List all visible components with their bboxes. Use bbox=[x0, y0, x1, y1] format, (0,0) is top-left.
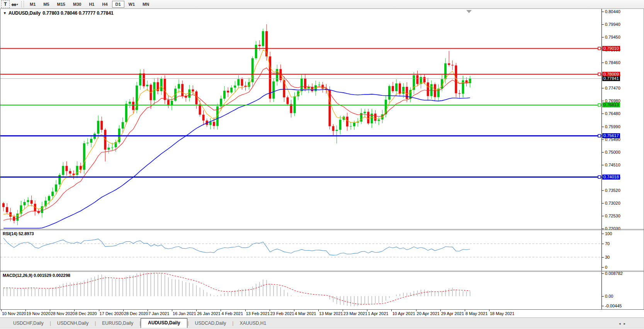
date-label: 13 Feb 2021 bbox=[246, 311, 270, 316]
collapse-indicator-icon[interactable]: ▼ bbox=[3, 11, 7, 15]
price-tick bbox=[602, 37, 604, 37]
date-label: 4 Mar 2021 bbox=[295, 311, 316, 316]
price-scale-label: 0.72530 bbox=[605, 214, 620, 218]
chart-shift-marker-icon[interactable] bbox=[466, 10, 472, 13]
price-scale-label: 0.74510 bbox=[605, 163, 620, 167]
date-tick bbox=[465, 310, 465, 311]
timeframe-h4[interactable]: H4 bbox=[99, 1, 111, 8]
timeframe-m15[interactable]: M15 bbox=[54, 1, 69, 8]
date-label: 13 Mar 2021 bbox=[319, 311, 343, 316]
price-scale-label: 0.77470 bbox=[605, 86, 620, 90]
tab-eurusd[interactable]: EURUSD,Daily bbox=[96, 319, 139, 328]
date-tick bbox=[25, 310, 26, 311]
date-label: 18 May 2021 bbox=[490, 311, 515, 316]
price-chart-canvas[interactable] bbox=[0, 9, 602, 309]
rsi-scale-tick bbox=[602, 234, 604, 234]
timeframe-m30[interactable]: M30 bbox=[70, 1, 85, 8]
date-label: 16 Jan 2021 bbox=[173, 311, 196, 316]
price-scale-label: 0.79450 bbox=[605, 35, 620, 39]
date-tick bbox=[148, 310, 148, 311]
chart-window: 0.804400.799400.794500.789500.784600.779… bbox=[0, 9, 644, 310]
price-axis[interactable]: 0.804400.799400.794500.789500.784600.779… bbox=[602, 9, 644, 309]
date-tick bbox=[343, 310, 343, 311]
timeframe-d1[interactable]: D1 bbox=[112, 1, 124, 8]
chart-tab-bar: USDCHF,Daily|USDCNH,Daily|EURUSD,Daily|A… bbox=[0, 317, 644, 328]
arrows-icon: ◆◆ bbox=[11, 2, 15, 7]
timeframe-group: M1M5M15M30H1H4D1W1MN bbox=[26, 1, 153, 8]
macd-scale-tick bbox=[602, 306, 604, 306]
toolbar-grip[interactable] bbox=[21, 1, 24, 7]
date-label: 4 Feb 2021 bbox=[221, 311, 243, 316]
date-label: 20 Apr 2021 bbox=[417, 311, 440, 316]
date-label: 26 Jan 2021 bbox=[197, 311, 221, 316]
price-tick bbox=[602, 127, 604, 127]
tab-usdchf[interactable]: USDCHF,Daily bbox=[7, 319, 50, 328]
date-label: 28 Nov 2020 bbox=[51, 311, 75, 316]
price-tick bbox=[602, 139, 604, 140]
price-tick bbox=[602, 101, 604, 101]
price-tick bbox=[602, 203, 604, 204]
date-tick bbox=[318, 310, 319, 311]
level-price-label: 0.76813 bbox=[602, 102, 620, 107]
tab-audusd[interactable]: AUDUSD,Daily bbox=[141, 318, 187, 328]
price-scale-label: 0.75990 bbox=[605, 124, 620, 129]
date-tick bbox=[196, 310, 197, 311]
timeframe-w1[interactable]: W1 bbox=[125, 1, 139, 8]
macd-scale-label: 0.00 bbox=[605, 294, 613, 298]
text-tool-button[interactable]: T bbox=[1, 0, 10, 8]
date-label: 28 Dec 2020 bbox=[124, 311, 148, 316]
price-scale-label: 0.73020 bbox=[605, 201, 620, 205]
date-tick bbox=[123, 310, 124, 311]
pane-separator-macd[interactable] bbox=[0, 271, 644, 271]
price-tick bbox=[602, 88, 604, 88]
macd-scale-label: -0.00445 bbox=[605, 304, 622, 308]
top-toolbar: T ◆◆ ▾ M1M5M15M30H1H4D1W1MN bbox=[0, 0, 644, 9]
tab-usdcad[interactable]: USDCAD,Daily bbox=[189, 319, 233, 328]
timeframe-h1[interactable]: H1 bbox=[85, 1, 98, 8]
date-axis[interactable]: 10 Nov 202019 Nov 202028 Nov 20208 Dec 2… bbox=[0, 310, 644, 317]
level-price-label: 0.75617 bbox=[602, 133, 620, 138]
price-scale-label: 0.73520 bbox=[605, 188, 620, 193]
macd-scale-tick bbox=[602, 296, 604, 297]
date-label: 10 Apr 2021 bbox=[392, 311, 415, 316]
tab-scroll-arrows[interactable]: ◂▸ bbox=[619, 322, 629, 326]
date-tick bbox=[50, 310, 50, 311]
chart-symbol-label: AUDUSD,Daily bbox=[8, 10, 41, 16]
rsi-scale-tick bbox=[602, 267, 604, 268]
date-label: 8 May 2021 bbox=[466, 311, 488, 316]
date-label: 1 Apr 2021 bbox=[368, 311, 388, 316]
date-tick bbox=[221, 310, 221, 311]
date-tick bbox=[270, 310, 270, 311]
rsi-scale-label: 30 bbox=[605, 255, 610, 259]
date-tick bbox=[74, 310, 75, 311]
chart-title: ▼ AUDUSD,Daily 0.77803 0.78046 0.77777 0… bbox=[3, 10, 114, 16]
price-scale-label: 0.75000 bbox=[605, 150, 620, 154]
chevron-down-icon: ▾ bbox=[17, 3, 18, 6]
date-label: 23 Feb 2021 bbox=[270, 311, 294, 316]
timeframe-m5[interactable]: M5 bbox=[40, 1, 53, 8]
timeframe-mn[interactable]: MN bbox=[139, 1, 153, 8]
date-label: 17 Dec 2020 bbox=[100, 311, 124, 316]
rsi-scale-tick bbox=[602, 257, 604, 258]
bid-price-label: 0.77841 bbox=[602, 76, 620, 81]
date-tick bbox=[391, 310, 392, 311]
chart-ohlc-values: 0.77803 0.78046 0.77777 0.77841 bbox=[42, 10, 114, 16]
price-tick bbox=[602, 114, 604, 114]
tab-scroll-left-icon[interactable]: ◂ bbox=[619, 322, 624, 326]
rsi-scale-label: 70 bbox=[605, 241, 610, 246]
timeframe-m1[interactable]: M1 bbox=[26, 1, 39, 8]
tab-usdcnh[interactable]: USDCNH,Daily bbox=[51, 319, 95, 328]
date-label: 23 Mar 2021 bbox=[343, 311, 367, 316]
tab-scroll-right-icon[interactable]: ▸ bbox=[624, 322, 629, 326]
date-label: 19 Nov 2020 bbox=[26, 311, 50, 316]
date-tick bbox=[99, 310, 99, 311]
price-tick bbox=[602, 165, 604, 165]
date-label: 7 Jan 2021 bbox=[148, 311, 169, 316]
pane-separator-macd2 bbox=[0, 271, 644, 272]
pane-separator-rsi[interactable] bbox=[0, 229, 644, 229]
tab-xauusd[interactable]: XAUUSD,H1 bbox=[233, 319, 272, 328]
date-tick bbox=[294, 310, 294, 311]
price-tick bbox=[602, 152, 604, 153]
price-scale-label: 0.76480 bbox=[605, 111, 620, 116]
arrows-tool-button[interactable]: ◆◆ ▾ bbox=[11, 1, 19, 8]
